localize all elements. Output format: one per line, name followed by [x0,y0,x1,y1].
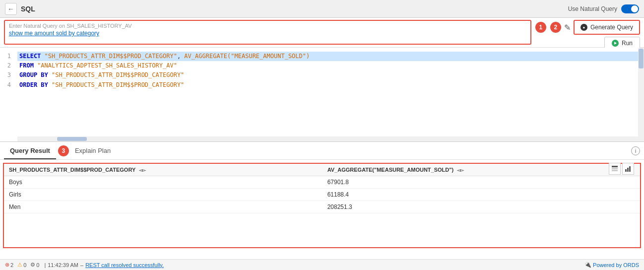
line-numbers: 1 2 3 4 [0,52,15,90]
svg-rect-5 [629,166,631,172]
step-badge-2: 2 [550,22,561,33]
edit-icon: ✎ [564,23,571,32]
svg-rect-1 [612,168,618,169]
sql-line-4: ORDER BY "SH_PRODUCTS_ATTR_DIM$$PROD_CAT… [17,80,644,90]
sql-line-3: GROUP BY "SH_PRODUCTS_ATTR_DIM$$PROD_CAT… [17,70,644,80]
col-header-1[interactable]: SH_PRODUCTS_ATTR_DIM$$PROD_CATEGORY ◅▻ [4,164,322,176]
ords-icon: 🔌 [584,262,591,268]
svg-rect-4 [627,168,629,172]
error-icon: ⊗ [5,262,9,268]
status-message-text: REST call resolved successfully. [85,262,164,268]
generate-icon: ● [580,24,587,31]
col-1-sort-icon[interactable]: ◅▻ [139,168,146,173]
sql-lines: SELECT "SH_PRODUCTS_ATTR_DIM$$PROD_CATEG… [17,52,644,90]
results-table: SH_PRODUCTS_ATTR_DIM$$PROD_CATEGORY ◅▻ A… [4,164,640,213]
step-badge-3: 3 [58,145,69,156]
info-icon[interactable]: i [631,146,640,155]
vertical-scrollbar[interactable] [638,48,644,141]
scrollbar-thumb [639,49,644,68]
svg-rect-3 [625,169,627,172]
step-badge-1: 1 [535,22,546,33]
sql-editor[interactable]: 1 2 3 4 SELECT "SH_PRODUCTS_ATTR_DIM$$PR… [0,48,644,142]
row-1-col-1: Boys [4,176,322,189]
table-icon [611,165,618,172]
status-message: – [80,262,83,268]
col-header-2-label: AV_AGGREGATE("MEASURE_AMOUNT_SOLD") [327,167,453,173]
status-timestamp: 11:42:39 AM [48,262,78,268]
query-input-placeholder: Enter Natural Query on SH_SALES_HISTORY_… [9,23,526,29]
tabs-row: Query Result 3 Explain Plan i [0,142,644,160]
status-bar: ⊗ 2 ⚠ 0 ⚙ 0 | 11:42:39 AM – REST call re… [0,259,644,270]
error-status: ⊗ 2 [5,262,13,268]
info-status: ⚙ 0 [30,262,39,268]
status-icons: ⊗ 2 ⚠ 0 ⚙ 0 [5,262,39,268]
col-header-1-label: SH_PRODUCTS_ATTR_DIM$$PROD_CATEGORY [9,167,135,173]
table-view-button[interactable] [609,163,621,175]
info-count: 0 [36,262,39,268]
table-header-row: SH_PRODUCTS_ATTR_DIM$$PROD_CATEGORY ◅▻ A… [4,164,640,176]
generate-query-button[interactable]: ● Generate Query [574,20,640,35]
header-bar: ← SQL Use Natural Query [0,0,644,18]
view-toggle [609,163,634,175]
generate-query-wrapper: 2 ✎ ● Generate Query [550,20,640,35]
svg-rect-0 [612,166,618,167]
warning-status: ⚠ 0 [17,262,26,268]
row-3-col-1: Men [4,201,322,213]
natural-query-toggle[interactable] [621,4,639,13]
chart-icon [625,165,632,172]
run-label: Run [622,40,633,47]
main-content: Enter Natural Query on SH_SALES_HISTORY_… [0,18,644,270]
natural-query-label: Use Natural Query [568,5,617,12]
sql-line-2: FROM "ANALYTICS_ADPTEST_SH_SALES_HISTORY… [17,61,644,70]
right-actions: 2 ✎ ● Generate Query Run [550,20,640,50]
settings-icon: ⚙ [30,262,35,268]
tab-explain-plan-label: Explain Plan [75,147,111,154]
results-container[interactable]: SH_PRODUCTS_ATTR_DIM$$PROD_CATEGORY ◅▻ A… [3,163,641,248]
ords-link[interactable]: 🔌 Powered by ORDS [584,262,639,268]
scrollbar-h-thumb [57,137,87,141]
row-2-col-2: 61188.4 [322,189,640,201]
generate-query-label: Generate Query [590,24,633,31]
row-2-col-1: Girls [4,189,322,201]
query-input-box[interactable]: Enter Natural Query on SH_SALES_HISTORY_… [4,20,531,45]
horizontal-scrollbar[interactable] [17,136,638,141]
chart-view-button[interactable] [622,163,634,175]
error-count: 2 [10,262,13,268]
query-input-value: show me amount sold by category [9,30,99,37]
col-header-2[interactable]: AV_AGGREGATE("MEASURE_AMOUNT_SOLD") ◅▻ [322,164,640,176]
table-body: Boys 67901.8 Girls 61188.4 Men 208251.3 [4,176,640,213]
table-row: Boys 67901.8 [4,176,640,189]
table-row: Girls 61188.4 [4,189,640,201]
tab-query-result-label: Query Result [10,147,50,154]
tab-query-result[interactable]: Query Result [4,143,56,159]
query-input-area: Enter Natural Query on SH_SALES_HISTORY_… [0,18,644,48]
table-row: Men 208251.3 [4,201,640,213]
svg-rect-2 [612,170,618,171]
row-1-col-2: 67901.8 [322,176,640,189]
run-icon [612,40,619,47]
bottom-panel: Query Result 3 Explain Plan i [0,142,644,270]
row-3-col-2: 208251.3 [322,201,640,213]
tab-explain-plan[interactable]: Explain Plan [69,143,117,159]
col-2-sort-icon[interactable]: ◅▻ [457,168,464,173]
status-separator: | [44,262,46,268]
back-button[interactable]: ← [5,3,17,15]
page-title: SQL [21,5,568,13]
warning-count: 0 [23,262,26,268]
ords-label: Powered by ORDS [593,262,639,268]
sql-line-1: SELECT "SH_PRODUCTS_ATTR_DIM$$PROD_CATEG… [17,52,644,61]
warning-icon: ⚠ [17,262,22,268]
